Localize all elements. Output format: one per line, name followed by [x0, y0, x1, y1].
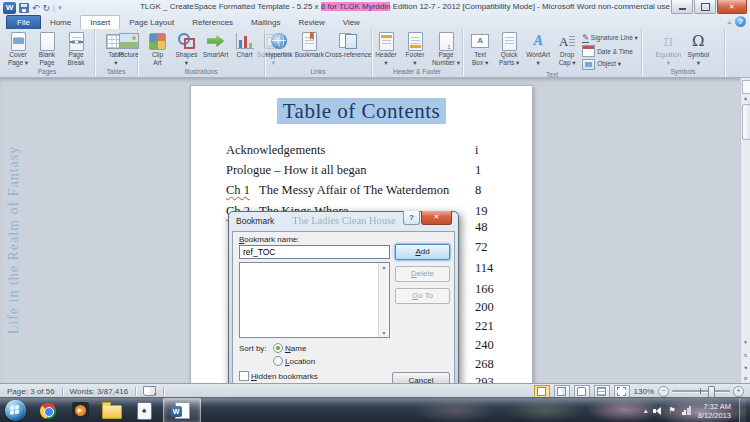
list-scrollbar[interactable] — [378, 263, 389, 337]
toc-row: Acknowledgementsi — [226, 143, 494, 159]
quick-parts-icon — [502, 32, 517, 51]
web-layout-view-button[interactable] — [574, 385, 590, 398]
print-layout-view-button[interactable] — [534, 385, 550, 398]
shapes-icon — [178, 33, 196, 49]
ribbon-group-links: Hyperlink Bookmark Cross-reference Link — [265, 29, 372, 77]
word-count-indicator[interactable]: Words: 3/87,416 — [63, 387, 136, 396]
volume-icon[interactable] — [653, 406, 662, 415]
previous-page-button[interactable]: « — [741, 352, 750, 359]
close-button[interactable]: ✕ — [717, 0, 747, 14]
restore-button[interactable] — [694, 0, 716, 14]
signature-line-button[interactable]: ✎ Signature Line ▾ — [582, 32, 638, 44]
draft-view-button[interactable] — [614, 385, 630, 398]
taskbar-chrome-button[interactable] — [35, 400, 61, 421]
folder-icon — [102, 405, 122, 419]
taskbar-clock[interactable]: 7:32 AM 8/12/2013 — [698, 402, 733, 420]
tab-insert[interactable]: Insert — [80, 15, 120, 29]
tab-home[interactable]: Home — [41, 16, 80, 29]
minimize-button[interactable] — [671, 0, 693, 14]
dialog-body: Bookmark name: Add Delete Go To Sort by:… — [232, 231, 455, 390]
repeat-icon[interactable] — [43, 3, 51, 13]
zoom-slider-track[interactable] — [672, 390, 730, 392]
tab-file[interactable]: File — [6, 15, 41, 29]
tab-mailings[interactable]: Mailings — [242, 16, 289, 29]
proofing-status[interactable] — [136, 386, 163, 396]
show-desktop-button[interactable] — [739, 398, 746, 422]
zoom-in-button[interactable]: + — [733, 386, 744, 397]
sort-location-radio[interactable] — [273, 356, 283, 366]
footer-button[interactable]: Footer ▾ — [401, 30, 429, 67]
taskbar-word-button-active[interactable]: W — [163, 398, 201, 422]
word-application-window: W | ▾ TLGK _ CreateSpace Formatted Templ… — [0, 0, 750, 422]
chart-button[interactable]: Chart — [231, 30, 259, 60]
bookmark-list[interactable] — [239, 262, 390, 338]
ribbon-group-pages: Cover Page ▾ Blank Page Page Break Pages — [0, 29, 95, 77]
dialog-title[interactable]: Bookmark — [236, 216, 274, 226]
window-title: TLGK _ CreateSpace Formatted Template - … — [120, 2, 690, 11]
tab-review[interactable]: Review — [289, 16, 333, 29]
action-center-flag-icon[interactable]: ⚑ — [668, 406, 675, 415]
shapes-button[interactable]: Shapes ▾ — [173, 30, 201, 67]
save-icon[interactable] — [19, 3, 29, 13]
zoom-slider: − + — [658, 386, 744, 397]
wordart-button[interactable]: A WordArt ▾ — [524, 30, 552, 67]
page-break-button[interactable]: Page Break — [62, 30, 90, 67]
qat-dropdown-icon[interactable]: ▾ — [58, 4, 62, 12]
scroll-up-icon[interactable]: ▲ — [741, 95, 750, 101]
ribbon-group-illustrations: Picture Clip Art Shapes ▾ — [138, 29, 265, 77]
blank-page-icon — [40, 32, 55, 51]
title-bar[interactable]: W | ▾ TLGK _ CreateSpace Formatted Templ… — [0, 0, 750, 15]
ruler-toggle-button[interactable] — [742, 80, 750, 94]
smartart-button[interactable]: SmartArt — [202, 30, 230, 60]
start-button[interactable] — [5, 400, 26, 421]
tab-page-layout[interactable]: Page Layout — [120, 16, 183, 29]
dialog-help-icon[interactable]: ? — [403, 211, 420, 225]
clip-art-button[interactable]: Clip Art — [144, 30, 172, 67]
scrollbar-thumb[interactable] — [742, 104, 750, 140]
scroll-down-icon[interactable]: ▼ — [741, 339, 750, 345]
sort-name-radio[interactable] — [273, 343, 283, 353]
show-hidden-icons-icon[interactable]: ▴ — [644, 407, 648, 415]
page-indicator[interactable]: Page: 3 of 56 — [0, 387, 62, 396]
cover-page-button[interactable]: Cover Page ▾ — [4, 30, 32, 67]
page-number-button[interactable]: Page Number ▾ — [430, 30, 462, 67]
symbol-button[interactable]: Ω Symbol ▾ — [684, 30, 712, 67]
hidden-bookmarks-checkbox[interactable] — [239, 371, 249, 381]
blank-page-button[interactable]: Blank Page — [33, 30, 61, 67]
vertical-scrollbar[interactable]: ▲ ▼ « ● « — [740, 78, 750, 383]
cross-reference-button[interactable]: Cross-reference — [325, 30, 371, 60]
hyperlink-button[interactable]: Hyperlink — [265, 30, 293, 60]
drop-cap-button[interactable]: A Drop Cap ▾ — [553, 30, 581, 67]
taskbar-media-player-button[interactable] — [67, 400, 93, 421]
taskbar-explorer-button[interactable] — [99, 400, 125, 421]
date-time-button[interactable]: Date & Time — [582, 45, 638, 57]
picture-icon — [119, 33, 139, 49]
minimize-ribbon-icon[interactable]: ▵ — [727, 18, 731, 26]
next-page-button[interactable]: « — [741, 375, 750, 382]
word-logo-icon[interactable]: W — [3, 2, 16, 14]
help-icon[interactable]: ? — [735, 16, 746, 27]
bookmark-name-input[interactable] — [239, 245, 390, 259]
picture-button[interactable]: Picture — [115, 30, 143, 60]
header-button[interactable]: Header ▾ — [372, 30, 400, 67]
object-button[interactable]: Object ▾ — [582, 58, 638, 70]
text-box-button[interactable]: Text Box ▾ — [466, 30, 494, 67]
toc-row: Prologue – How it all began1 — [226, 163, 494, 179]
dialog-close-icon[interactable]: ✕ — [421, 211, 452, 225]
outline-view-button[interactable] — [594, 385, 610, 398]
full-screen-reading-view-button[interactable] — [554, 385, 570, 398]
quick-parts-button[interactable]: Quick Parts ▾ — [495, 30, 523, 67]
system-tray: ▴ ⚑ 7:32 AM 8/12/2013 — [644, 398, 750, 422]
tab-references[interactable]: References — [183, 16, 242, 29]
title-text-post: Edition 12-7 - 2012 [Compatibility Mode]… — [390, 2, 670, 11]
bookmark-button[interactable]: Bookmark — [294, 30, 324, 60]
select-browse-object-button[interactable]: ● — [741, 364, 750, 370]
zoom-out-button[interactable]: − — [658, 386, 669, 397]
taskbar-cards-app-button[interactable]: ♠ — [131, 400, 157, 421]
zoom-level-label[interactable]: 130% — [634, 387, 654, 396]
add-button[interactable]: Add — [395, 244, 450, 260]
network-signal-icon[interactable] — [682, 406, 692, 415]
clock-time: 7:32 AM — [698, 402, 731, 411]
tab-view[interactable]: View — [334, 16, 369, 29]
undo-icon[interactable] — [32, 3, 40, 13]
